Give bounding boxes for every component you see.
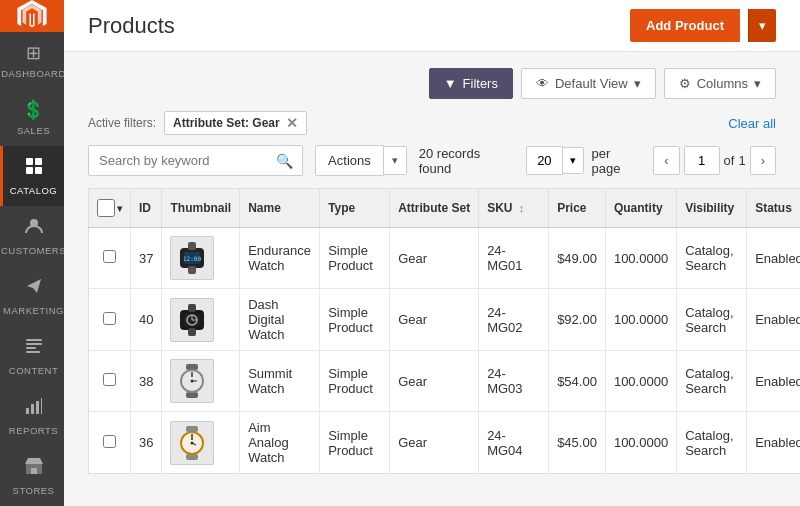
- sidebar-item-content[interactable]: Content: [0, 326, 64, 386]
- chevron-down-icon-2: ▾: [754, 76, 761, 91]
- add-product-button[interactable]: Add Product: [630, 9, 740, 42]
- row-attribute-set: Gear: [390, 289, 479, 351]
- table-row: 36 Aim Analog Watch Simple Product Gear …: [89, 412, 801, 474]
- row-sku: 24-MG04: [479, 412, 549, 474]
- sidebar-item-sales[interactable]: 💲 Sales: [0, 89, 64, 146]
- svg-rect-12: [41, 398, 42, 414]
- catalog-icon: [24, 156, 44, 181]
- page-content: ▼ Filters 👁 Default View ▾ ⚙ Columns ▾ A…: [64, 52, 800, 506]
- remove-filter-button[interactable]: ✕: [286, 115, 298, 131]
- per-page-value: 20: [526, 146, 562, 175]
- row-name: Endurance Watch: [240, 228, 320, 289]
- row-checkbox-cell: [89, 351, 131, 412]
- active-filters-label: Active filters:: [88, 116, 156, 130]
- toolbar-row: ▼ Filters 👁 Default View ▾ ⚙ Columns ▾: [88, 68, 776, 99]
- row-attribute-set: Gear: [390, 228, 479, 289]
- row-quantity: 100.0000: [605, 412, 676, 474]
- actions-button[interactable]: Actions: [315, 145, 384, 176]
- row-visibility: Catalog, Search: [677, 289, 747, 351]
- row-name: Summit Watch: [240, 351, 320, 412]
- th-name[interactable]: Name: [240, 189, 320, 228]
- magento-logo: [0, 0, 64, 32]
- sales-icon: 💲: [22, 99, 45, 121]
- svg-rect-3: [35, 167, 42, 174]
- row-attribute-set: Gear: [390, 412, 479, 474]
- svg-rect-16: [188, 242, 196, 250]
- svg-rect-6: [26, 343, 42, 345]
- filter-tag-attribute-set: Attribute Set: Gear ✕: [164, 111, 307, 135]
- products-table: ▾ ID Thumbnail Name Type Attribute Set S…: [88, 188, 800, 474]
- actions-dropdown-button[interactable]: ▾: [384, 146, 407, 175]
- th-sku[interactable]: SKU ↕: [479, 189, 549, 228]
- per-page-group: 20 ▾ per page: [526, 146, 637, 176]
- th-price: Price: [549, 189, 606, 228]
- sidebar-item-stores[interactable]: Stores: [0, 446, 64, 506]
- table-row: 38 Summit Watch Simple Product Gear 24-M…: [89, 351, 801, 412]
- per-page-select: 20 ▾: [526, 146, 583, 175]
- sidebar-item-customers[interactable]: Customers: [0, 206, 64, 266]
- search-input[interactable]: [88, 145, 303, 176]
- product-thumbnail: [170, 298, 214, 342]
- chevron-down-icon: ▾: [634, 76, 641, 91]
- sidebar-item-marketing[interactable]: Marketing: [0, 266, 64, 326]
- search-icon[interactable]: 🔍: [276, 153, 293, 169]
- row-quantity: 100.0000: [605, 289, 676, 351]
- product-thumbnail: [170, 421, 214, 465]
- row-price: $45.00: [549, 412, 606, 474]
- header-actions: Add Product ▾: [630, 9, 776, 42]
- actions-group: Actions ▾: [315, 145, 407, 176]
- svg-rect-9: [26, 408, 29, 414]
- row-checkbox-cell: [89, 228, 131, 289]
- th-visibility: Visibility: [677, 189, 747, 228]
- sidebar-item-catalog[interactable]: Catalog: [0, 146, 64, 206]
- row-checkbox-1[interactable]: [103, 312, 116, 325]
- per-page-dropdown-button[interactable]: ▾: [563, 147, 584, 174]
- row-thumbnail: [162, 412, 240, 474]
- row-quantity: 100.0000: [605, 228, 676, 289]
- row-sku: 24-MG03: [479, 351, 549, 412]
- page-header: Products Add Product ▾: [64, 0, 800, 52]
- row-sku: 24-MG02: [479, 289, 549, 351]
- columns-button[interactable]: ⚙ Columns ▾: [664, 68, 776, 99]
- select-all-checkbox[interactable]: [97, 199, 115, 217]
- table-row: 40 Dash Digital Watch Simple Product Gea…: [89, 289, 801, 351]
- row-id: 40: [131, 289, 162, 351]
- page-number-input[interactable]: [684, 146, 720, 175]
- row-type: Simple Product: [320, 228, 390, 289]
- next-page-button[interactable]: ›: [750, 146, 776, 175]
- prev-page-button[interactable]: ‹: [653, 146, 679, 175]
- row-thumbnail: 12:00: [162, 228, 240, 289]
- dashboard-icon: ⊞: [26, 42, 42, 64]
- row-price: $54.00: [549, 351, 606, 412]
- customers-icon: [24, 216, 44, 241]
- checkbox-dropdown-arrow[interactable]: ▾: [117, 203, 122, 214]
- add-product-dropdown-button[interactable]: ▾: [748, 9, 776, 42]
- row-checkbox-0[interactable]: [103, 250, 116, 263]
- th-quantity: Quantity: [605, 189, 676, 228]
- svg-rect-11: [36, 401, 39, 414]
- product-thumbnail: 12:00: [170, 236, 214, 280]
- row-checkbox-3[interactable]: [103, 435, 116, 448]
- row-name: Dash Digital Watch: [240, 289, 320, 351]
- row-thumbnail: [162, 351, 240, 412]
- stores-icon: [24, 456, 44, 481]
- row-price: $92.00: [549, 289, 606, 351]
- svg-rect-2: [26, 167, 33, 174]
- clear-all-button[interactable]: Clear all: [728, 116, 776, 131]
- sidebar-item-dashboard[interactable]: ⊞ Dashboard: [0, 32, 64, 89]
- svg-rect-10: [31, 404, 34, 414]
- row-id: 38: [131, 351, 162, 412]
- filter-icon: ▼: [444, 76, 457, 91]
- sidebar-item-reports[interactable]: Reports: [0, 386, 64, 446]
- filters-button[interactable]: ▼ Filters: [429, 68, 513, 99]
- default-view-button[interactable]: 👁 Default View ▾: [521, 68, 656, 99]
- product-thumbnail: [170, 359, 214, 403]
- row-checkbox-2[interactable]: [103, 373, 116, 386]
- svg-rect-13: [31, 468, 37, 474]
- svg-rect-7: [26, 347, 36, 349]
- svg-text:12:00: 12:00: [183, 255, 201, 262]
- th-status: Status: [747, 189, 800, 228]
- row-visibility: Catalog, Search: [677, 228, 747, 289]
- th-thumbnail: Thumbnail: [162, 189, 240, 228]
- page-title: Products: [88, 13, 175, 39]
